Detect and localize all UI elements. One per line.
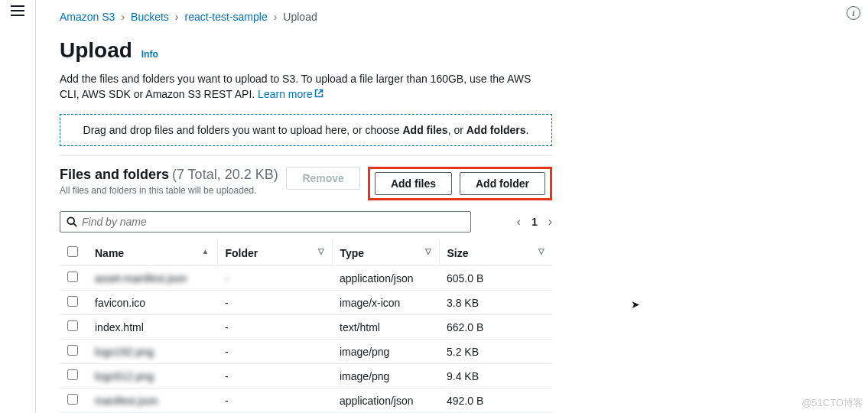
external-link-icon xyxy=(314,87,323,102)
cell-size: 3.8 KB xyxy=(439,291,552,315)
col-folder[interactable]: Folder xyxy=(226,247,258,259)
remove-button[interactable]: Remove xyxy=(286,167,359,190)
row-checkbox[interactable] xyxy=(67,394,78,405)
search-input[interactable] xyxy=(82,216,464,228)
dropzone[interactable]: Drag and drop files and folders you want… xyxy=(60,114,552,146)
info-panel-icon[interactable]: i xyxy=(847,6,860,20)
table-row: favicon.ico-image/x-icon3.8 KB xyxy=(60,291,552,315)
cell-folder: - xyxy=(217,315,332,340)
add-files-button[interactable]: Add files xyxy=(375,172,452,195)
pagination: ‹ 1 › xyxy=(517,215,552,229)
filter-icon[interactable]: ▽ xyxy=(538,247,545,255)
cell-folder: - xyxy=(217,340,332,364)
breadcrumb-bucket-name[interactable]: react-test-sample xyxy=(185,11,268,23)
cell-name: index.html xyxy=(87,315,217,340)
svg-point-0 xyxy=(67,218,74,225)
col-size[interactable]: Size xyxy=(447,247,469,259)
cell-name: asset-manifest.json xyxy=(87,266,217,291)
breadcrumb-root[interactable]: Amazon S3 xyxy=(60,11,115,23)
files-panel-title: Files and folders xyxy=(60,167,169,182)
cell-size: 662.0 B xyxy=(439,315,552,340)
breadcrumb-current: Upload xyxy=(283,11,317,23)
table-row: asset-manifest.json-application/json605.… xyxy=(60,266,552,291)
cell-size: 605.0 B xyxy=(439,266,552,291)
add-folder-button[interactable]: Add folder xyxy=(460,172,545,195)
cell-folder: - xyxy=(217,389,332,413)
files-panel-count: (7 Total, 20.2 KB) xyxy=(172,167,278,182)
cell-folder: - xyxy=(217,266,332,291)
page-prev-icon[interactable]: ‹ xyxy=(517,215,521,229)
cell-size: 9.4 KB xyxy=(439,364,552,389)
table-row: logo192.png-image/png5.2 KB xyxy=(60,340,552,364)
page-description: Add the files and folders you want to up… xyxy=(60,72,549,102)
files-panel-subtitle: All files and folders in this table will… xyxy=(60,185,278,196)
page-title: Upload xyxy=(60,38,132,63)
learn-more-link[interactable]: Learn more xyxy=(258,88,323,100)
files-table: Name▲ Folder▽ Type▽ Size▽ asset-manifest… xyxy=(60,240,552,413)
row-checkbox[interactable] xyxy=(67,272,78,282)
chevron-right-icon: › xyxy=(274,11,278,23)
cell-folder: - xyxy=(217,291,332,315)
row-checkbox[interactable] xyxy=(67,369,78,380)
table-row: manifest.json-application/json492.0 B xyxy=(60,389,552,413)
search-box[interactable] xyxy=(60,211,471,233)
col-type[interactable]: Type xyxy=(340,247,365,259)
col-name[interactable]: Name xyxy=(95,247,124,259)
filter-icon[interactable]: ▽ xyxy=(425,247,431,255)
cell-type: image/png xyxy=(332,340,439,364)
search-icon xyxy=(67,216,77,227)
cell-name: manifest.json xyxy=(87,389,217,413)
chevron-right-icon: › xyxy=(175,11,179,23)
info-link[interactable]: Info xyxy=(141,49,158,60)
sort-asc-icon[interactable]: ▲ xyxy=(202,247,210,255)
svg-line-1 xyxy=(73,223,76,226)
row-checkbox[interactable] xyxy=(67,296,78,307)
watermark: @51CTO博客 xyxy=(801,396,863,410)
chevron-right-icon: › xyxy=(121,11,125,23)
row-checkbox[interactable] xyxy=(67,320,78,331)
cell-size: 492.0 B xyxy=(439,389,552,413)
cell-folder: - xyxy=(217,364,332,389)
page-number: 1 xyxy=(532,216,538,228)
cell-name: logo192.png xyxy=(87,340,217,364)
cell-name: logo512.png xyxy=(87,364,217,389)
row-checkbox[interactable] xyxy=(67,345,78,356)
select-all-checkbox[interactable] xyxy=(67,246,78,257)
tutorial-highlight: Add files Add folder xyxy=(368,167,552,200)
cell-size: 5.2 KB xyxy=(439,340,552,364)
breadcrumb: Amazon S3 › Buckets › react-test-sample … xyxy=(60,11,818,23)
table-row: index.html-text/html662.0 B xyxy=(60,315,552,340)
cell-type: image/x-icon xyxy=(332,291,439,315)
cell-type: image/png xyxy=(332,364,439,389)
page-next-icon[interactable]: › xyxy=(548,215,552,229)
cell-type: application/json xyxy=(332,389,439,413)
menu-toggle-icon[interactable] xyxy=(11,2,29,20)
cell-type: text/html xyxy=(332,315,439,340)
cell-name: favicon.ico xyxy=(87,291,217,315)
filter-icon[interactable]: ▽ xyxy=(318,247,324,255)
breadcrumb-buckets[interactable]: Buckets xyxy=(131,11,169,23)
cell-type: application/json xyxy=(332,266,439,291)
table-row: logo512.png-image/png9.4 KB xyxy=(60,364,552,389)
